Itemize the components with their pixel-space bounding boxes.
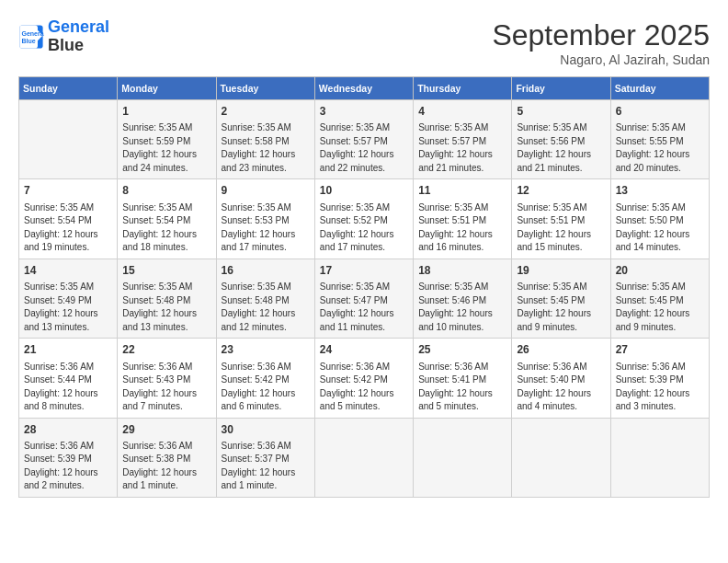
calendar-cell (610, 418, 709, 497)
weekday-wednesday: Wednesday (314, 77, 413, 100)
calendar-cell (512, 418, 610, 497)
weekday-thursday: Thursday (414, 77, 512, 100)
day-number: 23 (222, 342, 310, 358)
calendar-cell: 1Sunrise: 5:35 AMSunset: 5:59 PMDaylight… (118, 100, 216, 179)
calendar-cell: 15Sunrise: 5:35 AMSunset: 5:48 PMDayligh… (118, 259, 216, 338)
calendar-cell: 9Sunrise: 5:35 AMSunset: 5:53 PMDaylight… (216, 179, 314, 259)
day-number: 26 (517, 342, 605, 358)
weekday-sunday: Sunday (19, 77, 118, 100)
calendar-cell: 8Sunrise: 5:35 AMSunset: 5:54 PMDaylight… (118, 179, 216, 259)
day-number: 7 (24, 183, 112, 199)
day-number: 19 (517, 263, 605, 279)
day-info: Sunrise: 5:36 AMSunset: 5:39 PMDaylight:… (24, 440, 112, 493)
day-info: Sunrise: 5:35 AMSunset: 5:56 PMDaylight:… (517, 121, 605, 175)
day-info: Sunrise: 5:35 AMSunset: 5:57 PMDaylight:… (418, 121, 506, 175)
calendar-week-2: 7Sunrise: 5:35 AMSunset: 5:54 PMDaylight… (19, 179, 710, 259)
day-number: 4 (418, 104, 506, 120)
day-info: Sunrise: 5:35 AMSunset: 5:59 PMDaylight:… (122, 121, 210, 175)
svg-text:General: General (22, 29, 45, 36)
day-number: 13 (616, 183, 704, 199)
day-info: Sunrise: 5:35 AMSunset: 5:48 PMDaylight:… (122, 281, 210, 334)
day-info: Sunrise: 5:36 AMSunset: 5:42 PMDaylight:… (222, 361, 310, 414)
day-number: 16 (222, 263, 310, 279)
day-info: Sunrise: 5:36 AMSunset: 5:37 PMDaylight:… (222, 440, 310, 493)
day-number: 15 (122, 263, 210, 279)
calendar-cell: 26Sunrise: 5:36 AMSunset: 5:40 PMDayligh… (512, 339, 610, 418)
logo-icon: General Blue (18, 24, 44, 50)
day-info: Sunrise: 5:35 AMSunset: 5:55 PMDaylight:… (616, 121, 704, 175)
day-number: 27 (616, 342, 704, 358)
day-info: Sunrise: 5:36 AMSunset: 5:44 PMDaylight:… (24, 361, 112, 414)
day-info: Sunrise: 5:35 AMSunset: 5:49 PMDaylight:… (24, 281, 112, 334)
logo-text: GeneralBlue (48, 18, 109, 55)
calendar-cell: 27Sunrise: 5:36 AMSunset: 5:39 PMDayligh… (610, 339, 709, 418)
calendar-cell: 23Sunrise: 5:36 AMSunset: 5:42 PMDayligh… (216, 339, 314, 418)
day-number: 2 (222, 104, 310, 120)
day-info: Sunrise: 5:35 AMSunset: 5:54 PMDaylight:… (122, 201, 210, 255)
title-block: September 2025 Nagaro, Al Jazirah, Sudan (492, 18, 710, 67)
day-info: Sunrise: 5:36 AMSunset: 5:41 PMDaylight:… (418, 361, 506, 414)
calendar-cell: 4Sunrise: 5:35 AMSunset: 5:57 PMDaylight… (414, 100, 512, 179)
calendar-cell: 19Sunrise: 5:35 AMSunset: 5:45 PMDayligh… (512, 259, 610, 338)
calendar-cell: 5Sunrise: 5:35 AMSunset: 5:56 PMDaylight… (512, 100, 610, 179)
day-info: Sunrise: 5:35 AMSunset: 5:57 PMDaylight:… (320, 121, 408, 175)
calendar-cell: 13Sunrise: 5:35 AMSunset: 5:50 PMDayligh… (610, 179, 709, 259)
svg-rect-2 (19, 25, 38, 48)
calendar-cell: 7Sunrise: 5:35 AMSunset: 5:54 PMDaylight… (19, 179, 118, 259)
day-info: Sunrise: 5:35 AMSunset: 5:54 PMDaylight:… (24, 201, 112, 255)
day-info: Sunrise: 5:35 AMSunset: 5:45 PMDaylight:… (616, 281, 704, 334)
day-number: 20 (616, 263, 704, 279)
day-number: 14 (24, 263, 112, 279)
day-number: 10 (320, 183, 408, 199)
day-info: Sunrise: 5:36 AMSunset: 5:38 PMDaylight:… (122, 440, 210, 493)
calendar-cell: 16Sunrise: 5:35 AMSunset: 5:48 PMDayligh… (216, 259, 314, 338)
day-info: Sunrise: 5:35 AMSunset: 5:53 PMDaylight:… (222, 201, 310, 255)
day-number: 29 (122, 422, 210, 438)
calendar-cell: 17Sunrise: 5:35 AMSunset: 5:47 PMDayligh… (314, 259, 413, 338)
calendar-cell: 2Sunrise: 5:35 AMSunset: 5:58 PMDaylight… (216, 100, 314, 179)
calendar-cell: 20Sunrise: 5:35 AMSunset: 5:45 PMDayligh… (610, 259, 709, 338)
calendar-cell: 10Sunrise: 5:35 AMSunset: 5:52 PMDayligh… (314, 179, 413, 259)
day-info: Sunrise: 5:35 AMSunset: 5:47 PMDaylight:… (320, 281, 408, 334)
calendar-week-5: 28Sunrise: 5:36 AMSunset: 5:39 PMDayligh… (19, 418, 710, 497)
weekday-friday: Friday (512, 77, 610, 100)
day-info: Sunrise: 5:36 AMSunset: 5:39 PMDaylight:… (616, 361, 704, 414)
calendar-cell: 22Sunrise: 5:36 AMSunset: 5:43 PMDayligh… (118, 339, 216, 418)
calendar-cell: 6Sunrise: 5:35 AMSunset: 5:55 PMDaylight… (610, 100, 709, 179)
logo: General Blue GeneralBlue (18, 18, 109, 55)
day-number: 22 (122, 342, 210, 358)
calendar-cell: 30Sunrise: 5:36 AMSunset: 5:37 PMDayligh… (216, 418, 314, 497)
day-number: 1 (122, 104, 210, 120)
day-number: 9 (222, 183, 310, 199)
day-number: 3 (320, 104, 408, 120)
calendar-cell (414, 418, 512, 497)
day-number: 8 (122, 183, 210, 199)
calendar-cell: 25Sunrise: 5:36 AMSunset: 5:41 PMDayligh… (414, 339, 512, 418)
day-number: 5 (517, 104, 605, 120)
calendar-cell: 11Sunrise: 5:35 AMSunset: 5:51 PMDayligh… (414, 179, 512, 259)
weekday-header-row: SundayMondayTuesdayWednesdayThursdayFrid… (19, 77, 710, 100)
day-number: 30 (222, 422, 310, 438)
day-info: Sunrise: 5:35 AMSunset: 5:58 PMDaylight:… (222, 121, 310, 175)
calendar-cell: 12Sunrise: 5:35 AMSunset: 5:51 PMDayligh… (512, 179, 610, 259)
day-info: Sunrise: 5:35 AMSunset: 5:46 PMDaylight:… (418, 281, 506, 334)
calendar-week-3: 14Sunrise: 5:35 AMSunset: 5:49 PMDayligh… (19, 259, 710, 338)
day-info: Sunrise: 5:35 AMSunset: 5:45 PMDaylight:… (517, 281, 605, 334)
location: Nagaro, Al Jazirah, Sudan (492, 52, 710, 67)
day-info: Sunrise: 5:35 AMSunset: 5:51 PMDaylight:… (418, 201, 506, 255)
day-number: 24 (320, 342, 408, 358)
calendar-week-4: 21Sunrise: 5:36 AMSunset: 5:44 PMDayligh… (19, 339, 710, 418)
calendar-cell (314, 418, 413, 497)
calendar-week-1: 1Sunrise: 5:35 AMSunset: 5:59 PMDaylight… (19, 100, 710, 179)
page-header: General Blue GeneralBlue September 2025 … (18, 18, 710, 67)
day-info: Sunrise: 5:35 AMSunset: 5:51 PMDaylight:… (517, 201, 605, 255)
calendar-cell (19, 100, 118, 179)
calendar-table: SundayMondayTuesdayWednesdayThursdayFrid… (18, 76, 710, 498)
month-title: September 2025 (492, 18, 710, 52)
weekday-saturday: Saturday (610, 77, 709, 100)
calendar-cell: 21Sunrise: 5:36 AMSunset: 5:44 PMDayligh… (19, 339, 118, 418)
calendar-cell: 29Sunrise: 5:36 AMSunset: 5:38 PMDayligh… (118, 418, 216, 497)
svg-text:Blue: Blue (22, 38, 36, 44)
day-number: 11 (418, 183, 506, 199)
day-info: Sunrise: 5:36 AMSunset: 5:40 PMDaylight:… (517, 361, 605, 414)
